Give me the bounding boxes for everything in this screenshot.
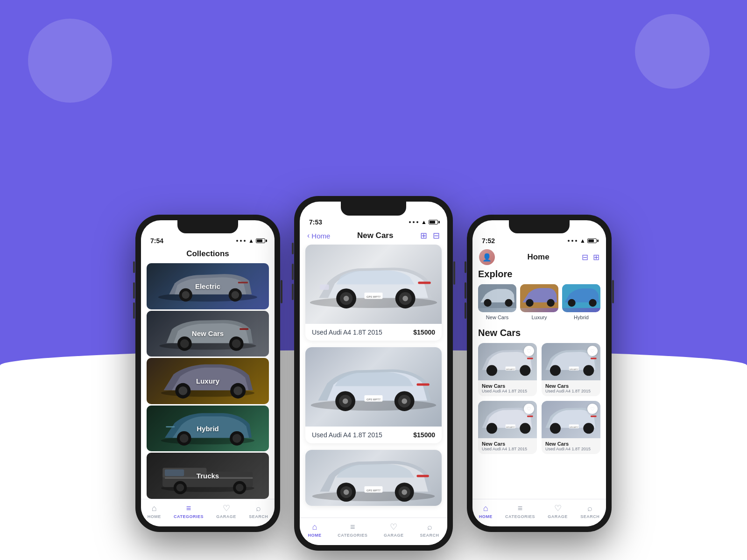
dot3r	[575, 240, 577, 242]
nav-categories-left[interactable]: ≡ CATEGORIES	[174, 504, 204, 519]
explore-hybrid-label: Hybrid	[574, 315, 589, 320]
wifi-icon-right: ▲	[580, 238, 585, 244]
dot2r	[571, 240, 573, 242]
grid-car-info-4: New Cars Used Audi A4 1.8T 2015	[542, 438, 600, 454]
user-avatar[interactable]: 👤	[479, 249, 495, 265]
categories-label-right: CATEGORIES	[505, 514, 535, 519]
bottom-nav-left: ⌂ HOME ≡ CATEGORIES ♡ GARAGE ⌕ SEARCH	[141, 499, 275, 526]
power-button-right	[612, 280, 614, 303]
volume-down-button	[133, 302, 135, 319]
svg-rect-84	[527, 416, 533, 417]
dot3c	[416, 221, 418, 223]
explore-new-cars[interactable]: New Cars	[478, 284, 516, 320]
explore-hybrid[interactable]: Hybrid	[562, 284, 600, 320]
dot1c	[409, 221, 411, 223]
grid-view-icon[interactable]: ⊟	[582, 252, 588, 262]
map-icon[interactable]: ⊞	[420, 231, 427, 241]
nav-search-center[interactable]: ⌕ SEARCH	[420, 522, 439, 538]
svg-point-87	[550, 423, 561, 434]
car-img-3: GPS WPT7	[305, 450, 442, 506]
heart-btn-2[interactable]: ♡	[587, 346, 598, 356]
dot3	[244, 240, 246, 242]
heart-btn-3[interactable]: ♡	[524, 404, 534, 414]
car-img-2: GPS WPT7	[305, 347, 442, 427]
explore-newcars-label: New Cars	[486, 315, 508, 320]
car-name-2: Used Audi A4 1.8T 2015	[312, 431, 382, 439]
car-card-3[interactable]: GPS WPT7	[305, 450, 442, 506]
search-icon-right: ⌕	[587, 504, 592, 513]
volume-up-right	[465, 282, 466, 299]
newcars-bg: New Cars	[147, 311, 269, 357]
search-label-left: SEARCH	[249, 514, 268, 519]
time-left: 7:54	[150, 237, 163, 245]
nav-home-left[interactable]: ⌂ HOME	[148, 504, 161, 519]
collection-luxury[interactable]: Luxury	[147, 358, 269, 404]
side-buttons-right	[281, 280, 282, 303]
svg-text:GPS WPT7: GPS WPT7	[506, 369, 515, 371]
hybrid-label: Hybrid	[197, 425, 219, 433]
car-img-1: GPS WPT7	[305, 245, 442, 324]
nav-home-right[interactable]: ⌂ HOME	[479, 504, 493, 519]
explore-luxury-img	[520, 284, 558, 308]
collection-electric[interactable]: Electric	[147, 263, 269, 309]
svg-point-72	[486, 365, 497, 376]
wifi-icon-left: ▲	[248, 238, 254, 244]
filter-icon[interactable]: ⊟	[433, 231, 440, 241]
side-buttons-left-center	[292, 243, 294, 300]
car-card-image-1: GPS WPT7	[305, 245, 442, 324]
explore-title: Explore	[478, 269, 600, 280]
grid-car-2[interactable]: GPS WPT7 ♡ New Cars Used Audi A4 1.8T 20…	[542, 343, 600, 396]
garage-label-right: GARAGE	[548, 514, 568, 519]
grid-car-name-2: Used Audi A4 1.8T 2015	[545, 389, 597, 393]
side-buttons-right-right	[612, 280, 614, 303]
power-button-center	[453, 261, 455, 285]
car-card-image-2: GPS WPT7	[305, 347, 442, 427]
heart-btn-4[interactable]: ♡	[587, 404, 598, 414]
garage-icon-left: ♡	[223, 503, 230, 513]
grid-car-4[interactable]: GPS WPT7 ♡ New Cars Used Audi A4 1.8T 20…	[542, 401, 600, 454]
nav-garage-center[interactable]: ♡ GARAGE	[384, 522, 404, 538]
svg-rect-60	[416, 475, 429, 477]
grid-car-1[interactable]: GPS WPT7 ♡ New Cars Used Audi A4 1.8T 20…	[478, 343, 537, 396]
notch-center	[341, 202, 406, 216]
heart-btn-1[interactable]: ♡	[524, 346, 534, 356]
back-button[interactable]: ‹ Home	[307, 231, 330, 240]
nav-garage-right[interactable]: ♡ GARAGE	[548, 503, 568, 519]
svg-text:GPS WPT7: GPS WPT7	[366, 489, 381, 491]
collection-hybrid[interactable]: Hybrid	[147, 406, 269, 452]
car-svg-1: GPS WPT7	[305, 257, 442, 312]
grid-car-category-4: New Cars	[545, 441, 597, 447]
battery-center	[429, 220, 438, 224]
grid-car-info-1: New Cars Used Audi A4 1.8T 2015	[478, 380, 537, 396]
svg-point-71	[589, 299, 596, 307]
side-buttons-left	[133, 261, 135, 319]
nav-categories-right[interactable]: ≡ CATEGORIES	[505, 504, 535, 519]
nav-search-left[interactable]: ⌕ SEARCH	[249, 504, 268, 519]
map-view-icon[interactable]: ⊞	[593, 252, 599, 262]
nav-search-right[interactable]: ⌕ SEARCH	[580, 504, 599, 519]
home-icon-left: ⌂	[152, 504, 157, 513]
svg-rect-79	[591, 358, 597, 359]
dot2	[240, 240, 242, 242]
nav-home-center[interactable]: ⌂ HOME	[308, 522, 321, 538]
dot1	[236, 240, 238, 242]
svg-rect-39	[418, 281, 430, 284]
grid-car-name-4: Used Audi A4 1.8T 2015	[545, 447, 597, 451]
explore-luxury-thumb	[520, 284, 558, 312]
luxury-bg: Luxury	[147, 358, 269, 404]
grid-car-3[interactable]: GPS WPT7 ♡ New Cars Used Audi A4 1.8T 20…	[478, 401, 537, 454]
center-page-title: New Cars	[357, 231, 393, 240]
center-phone-screen: 7:53 ▲ ‹ Home New Cars	[300, 202, 447, 545]
svg-point-78	[583, 365, 594, 376]
volume-up-center	[292, 264, 294, 280]
phone-left: 7:54 ▲ Collections	[135, 215, 280, 532]
car-card-1[interactable]: GPS WPT7 Used Audi A4 1.8T 2015 $15000	[305, 245, 442, 341]
nav-categories-center[interactable]: ≡ CATEGORIES	[338, 522, 367, 538]
collection-trucks[interactable]: Trucks	[147, 453, 269, 499]
explore-luxury[interactable]: Luxury	[520, 284, 558, 320]
car-card-2[interactable]: GPS WPT7 Used Audi A4 1.8T 2015 $15000	[305, 347, 442, 443]
status-icons-center: ▲	[409, 219, 438, 225]
explore-luxury-label: Luxury	[531, 315, 547, 320]
collection-new-cars[interactable]: New Cars	[147, 311, 269, 357]
nav-garage-left[interactable]: ♡ GARAGE	[216, 503, 236, 519]
